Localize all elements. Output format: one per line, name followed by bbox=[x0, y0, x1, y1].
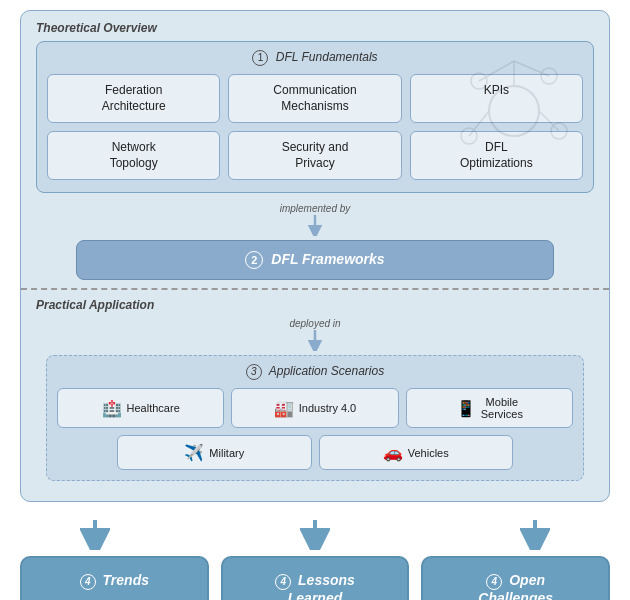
healthcare-icon: 🏥 bbox=[102, 399, 122, 418]
circle-num-3: 3 bbox=[246, 364, 262, 380]
implemented-by-arrow bbox=[305, 214, 325, 236]
implemented-by-label: implemented by bbox=[36, 203, 594, 214]
industry-label: Industry 4.0 bbox=[299, 402, 356, 414]
theoretical-label: Theoretical Overview bbox=[36, 21, 594, 35]
vehicles-icon: 🚗 bbox=[383, 443, 403, 462]
dfl-frameworks-title: 2 DFL Frameworks bbox=[97, 251, 533, 269]
circle-num-2: 2 bbox=[245, 251, 263, 269]
topics-grid: FederationArchitecture CommunicationMech… bbox=[47, 74, 583, 180]
deployed-in-arrow bbox=[305, 329, 325, 351]
vehicles-label: Vehicles bbox=[408, 447, 449, 459]
bottom-box-lessons: 4 LessonsLearned bbox=[221, 556, 410, 600]
military-icon: ✈️ bbox=[184, 443, 204, 462]
scenario-vehicles: 🚗 Vehicles bbox=[319, 435, 514, 470]
bottom-box-challenges: 4 OpenChallenges bbox=[421, 556, 610, 600]
topic-network: NetworkTopology bbox=[47, 131, 220, 180]
deployed-in-section: deployed in bbox=[36, 318, 594, 351]
circle-num-4b: 4 bbox=[275, 574, 291, 590]
center-arrow bbox=[300, 520, 330, 550]
circle-num-4c: 4 bbox=[486, 574, 502, 590]
bottom-trends-title: 4 Trends bbox=[30, 572, 199, 590]
bottom-section: 4 Trends 4 LessonsLearned 4 OpenChalleng… bbox=[20, 556, 610, 600]
main-diagram: Theoretical Overview 1 DFL Fundamentals … bbox=[20, 10, 610, 502]
implemented-by-section: implemented by bbox=[36, 203, 594, 236]
right-arrow bbox=[520, 520, 550, 550]
topic-security: Security andPrivacy bbox=[228, 131, 401, 180]
scenario-row2: ✈️ Military 🚗 Vehicles bbox=[117, 435, 513, 470]
app-scenarios-title: 3 Application Scenarios bbox=[57, 364, 573, 380]
topic-communication: CommunicationMechanisms bbox=[228, 74, 401, 123]
topic-kpis: KPIs bbox=[410, 74, 583, 123]
scenario-military: ✈️ Military bbox=[117, 435, 312, 470]
dfl-fundamentals-box: 1 DFL Fundamentals FederationArchitectur… bbox=[36, 41, 594, 193]
scenario-industry: 🏭 Industry 4.0 bbox=[231, 388, 398, 428]
bottom-lessons-title: 4 LessonsLearned bbox=[231, 572, 400, 600]
healthcare-label: Healthcare bbox=[127, 402, 180, 414]
dfl-fundamentals-title: 1 DFL Fundamentals bbox=[47, 50, 583, 66]
scenario-mobile: 📱 MobileServices bbox=[406, 388, 573, 428]
bottom-challenges-title: 4 OpenChallenges bbox=[431, 572, 600, 600]
topic-dfl-optimizations: DFLOptimizations bbox=[410, 131, 583, 180]
scenario-healthcare: 🏥 Healthcare bbox=[57, 388, 224, 428]
deployed-in-label: deployed in bbox=[36, 318, 594, 329]
circle-num-4a: 4 bbox=[80, 574, 96, 590]
scenario-row1: 🏥 Healthcare 🏭 Industry 4.0 📱 MobileServ… bbox=[57, 388, 573, 428]
bottom-box-trends: 4 Trends bbox=[20, 556, 209, 600]
bottom-arrows bbox=[80, 520, 550, 550]
mobile-icon: 📱 bbox=[456, 399, 476, 418]
mobile-label: MobileServices bbox=[481, 396, 523, 420]
dashed-divider bbox=[21, 288, 609, 290]
left-arrow bbox=[80, 520, 110, 550]
topic-federation: FederationArchitecture bbox=[47, 74, 220, 123]
circle-num-1: 1 bbox=[252, 50, 268, 66]
military-label: Military bbox=[209, 447, 244, 459]
practical-label: Practical Application bbox=[36, 298, 594, 312]
industry-icon: 🏭 bbox=[274, 399, 294, 418]
app-scenarios-section: 3 Application Scenarios 🏥 Healthcare 🏭 I… bbox=[46, 355, 584, 481]
dfl-frameworks-box: 2 DFL Frameworks bbox=[76, 240, 554, 280]
